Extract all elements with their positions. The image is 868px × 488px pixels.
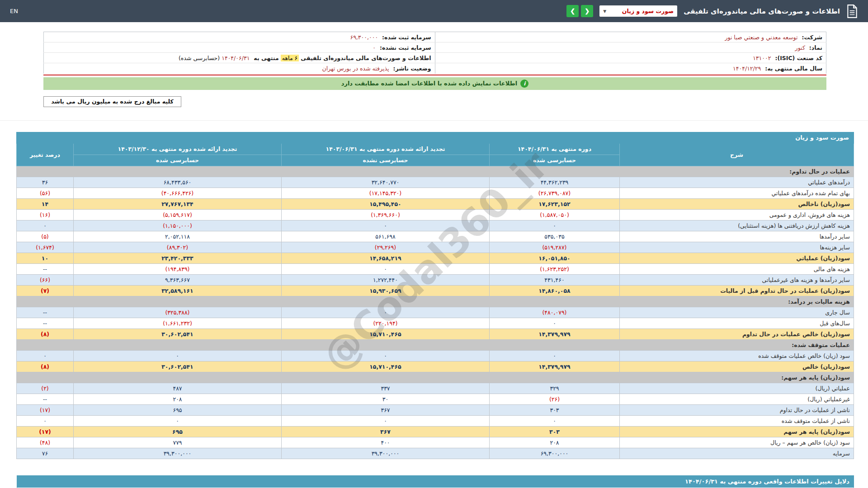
row-label: سایر درآمدها و هزینه های غیرعملیاتی (620, 274, 854, 285)
section-divider (0, 120, 868, 121)
value-cell: ۱۴,۶۵۸,۲۱۹ (282, 253, 490, 263)
row-label: سال‌های قبل (620, 318, 854, 328)
value-cell: ۴۰۰ (282, 437, 490, 448)
value-cell: (۱۷,۱۴۵,۳۲۰) (282, 188, 490, 198)
pct-change-cell: ۳۶ (16, 177, 73, 188)
fiscal-year-label: سال مالی منتهی به: (765, 65, 822, 72)
fiscal-year-end: ۱۴۰۴/۱۲/۲۹ (733, 65, 761, 72)
info-row: کد صنعت (ISIC): ۱۳۱۰۰۲ اطلاعات و صورت‌ها… (44, 53, 826, 63)
value-cell: ۰ (282, 415, 490, 426)
statement-table-body: عملیات در حال تداوم:درآمدهای عملیاتي۴۴,۳… (16, 166, 854, 459)
section-label: عملیات در حال تداوم: (16, 166, 854, 177)
company-info-section: شرکت: توسعه معدني و صنعتي صبا نور سرمایه… (43, 32, 826, 75)
language-toggle-en[interactable]: EN (10, 8, 18, 14)
value-cell: ۳۹,۳۰۰,۰۰۰ (74, 448, 282, 459)
data-row: سال جاری(۴۸۰,۰۷۹)۰(۳۲۵,۳۸۸)-- (16, 307, 854, 318)
period-middle: منتهی به (254, 55, 278, 61)
row-label: ناشی از عملیات متوقف شده (620, 415, 854, 426)
section-row: عملیات در حال تداوم: (16, 166, 854, 177)
value-cell: (۵,۱۵۹,۶۱۷) (74, 209, 282, 220)
income-statement-section: صورت سود و زیان شرح دوره منتهی به ۱۴۰۴/۰… (17, 132, 854, 459)
data-row: سود (زیان) خالص هر سهم – ریال۲۰۸۴۰۰۷۷۹(۴… (16, 437, 854, 448)
data-row: سرمایه۶۹,۳۰۰,۰۰۰۳۹,۳۰۰,۰۰۰۳۹,۳۰۰,۰۰۰۷۶ (16, 448, 854, 459)
report-document-icon[interactable] (846, 5, 858, 18)
value-cell: (۲۶) (490, 394, 620, 404)
column-header-desc: شرح (620, 143, 854, 166)
info-row: سال مالی منتهی به: ۱۴۰۴/۱۲/۲۹ وضعیت ناشر… (44, 63, 826, 74)
table-header-row-periods: شرح دوره منتهی به ۱۴۰۴/۰۶/۳۱ تجدید ارائه… (16, 143, 854, 155)
section-label: عملیات متوقف شده: (16, 339, 854, 350)
value-cell: ۴۴,۳۶۲,۲۳۹ (490, 177, 620, 188)
value-cell: ۵۶۱,۶۹۸ (282, 231, 490, 242)
pct-change-cell: (۵) (16, 231, 73, 242)
value-cell: (۸۹,۳۰۲) (74, 242, 282, 253)
pct-change-cell: -- (16, 263, 73, 274)
amounts-unit-note: کلیه مبالغ درج شده به میلیون ریال می باش… (43, 96, 181, 107)
value-cell: ۳۶۷ (282, 404, 490, 415)
period-audit-state: (حسابرسی شده) (179, 55, 220, 61)
info-circle-icon: i (520, 80, 528, 88)
pct-change-cell: ۰ (16, 350, 73, 361)
value-cell: ۵۳۵,۰۳۵ (490, 231, 620, 242)
pct-change-cell: ۷۶ (16, 448, 73, 459)
chevron-down-icon: ▼ (603, 9, 606, 14)
value-cell: ۳۳۷ (282, 383, 490, 394)
row-label: هزینه های مالی (620, 263, 854, 274)
value-cell: ۰ (282, 263, 490, 274)
value-cell: ۱۵,۷۱۰,۴۶۵ (282, 328, 490, 339)
fiscal-year-cell: سال مالی منتهی به: ۱۴۰۴/۱۲/۲۹ (435, 63, 826, 74)
value-cell: ۱۵,۴۹۵,۴۵۰ (282, 198, 490, 209)
value-cell: (۲۶,۷۳۹,۰۸۷) (490, 188, 620, 198)
value-cell: (۱,۳۶۹,۶۶۰) (282, 209, 490, 220)
statement-select[interactable]: صورت سود و زیان ▼ (599, 5, 677, 17)
pct-change-cell: (۸) (16, 328, 73, 339)
value-cell: ۳۰ (282, 394, 490, 404)
value-cell: ۳۹,۳۰۰,۰۰۰ (282, 448, 490, 459)
registered-capital-label: سرمایه ثبت شده: (382, 34, 431, 41)
value-cell: ۱۴,۳۷۹,۹۷۹ (490, 328, 620, 339)
value-cell: ۱۵,۷۱۰,۴۶۵ (282, 361, 490, 372)
value-cell: ۱۶,۰۵۱,۸۵۰ (490, 253, 620, 263)
unregistered-capital-label: سرمایه ثبت نشده: (380, 44, 431, 51)
publisher-status-label: وضعیت ناشر: (393, 65, 431, 72)
pct-change-cell: -- (16, 318, 73, 328)
signature-match-text: اطلاعات نمایش داده شده با اطلاعات امضا ش… (341, 80, 518, 87)
data-row: هزینه های فروش، اداری و عمومی(۱,۵۸۷,۰۵۰)… (16, 209, 854, 220)
statement-select-value: صورت سود و زیان (622, 8, 674, 14)
data-row: غیرعملیاتي (ریال)(۲۶)۳۰۲۰۸-- (16, 394, 854, 404)
publisher-status-value: پذیرفته شده در بورس تهران (322, 65, 389, 72)
data-row: بهای تمام شده درآمدهای عملیاتي(۲۶,۷۳۹,۰۸… (16, 188, 854, 198)
value-cell: (۲۹,۲۶۹) (282, 242, 490, 253)
row-label: بهای تمام شده درآمدهای عملیاتي (620, 188, 854, 198)
pct-change-cell: (۱۶) (16, 209, 73, 220)
period-length-highlight: ۶ ماهه (281, 55, 299, 61)
value-cell: (۴۸۰,۰۷۹) (490, 307, 620, 318)
data-row: هزینه کاهش ارزش دریافتنی ها (هزینه استثن… (16, 220, 854, 231)
row-label: سود(زیان) خالص (620, 361, 854, 372)
value-cell: ۱۷,۶۲۳,۱۵۲ (490, 198, 620, 209)
pct-change-cell: (۸) (16, 361, 73, 372)
company-cell: شرکت: توسعه معدني و صنعتي صبا نور (435, 32, 826, 42)
section-label: هزینه مالیات بر درآمد: (16, 296, 854, 307)
column-header-period-1: دوره منتهی به ۱۴۰۴/۰۶/۳۱ (490, 143, 620, 155)
prev-statement-button[interactable]: ❮ (581, 5, 593, 17)
next-statement-button[interactable]: ❯ (566, 5, 579, 17)
data-row: سود(زیان) خالص۱۴,۳۷۹,۹۷۹۱۵,۷۱۰,۴۶۵۳۰,۶۰۲… (16, 361, 854, 372)
value-cell: ۰ (74, 350, 282, 361)
ticker-cell: نماد: کنور (435, 42, 826, 53)
value-cell: ۲,۰۵۲,۱۱۸ (74, 231, 282, 242)
row-label: سرمایه (620, 448, 854, 459)
statement-nav: ❮ ❯ (566, 5, 593, 17)
data-row: سود(زیان) ناخالص۱۷,۶۲۳,۱۵۲۱۵,۴۹۵,۴۵۰۲۷,۷… (16, 198, 854, 209)
pct-change-cell: ۰ (16, 415, 73, 426)
value-cell: ۱۴,۸۶۰,۰۵۸ (490, 285, 620, 296)
value-cell: ۱,۲۷۲,۴۴۰ (282, 274, 490, 285)
income-statement-table: صورت سود و زیان شرح دوره منتهی به ۱۴۰۴/۰… (16, 132, 854, 459)
period-prefix: اطلاعات و صورت‌های مالی میاندوره‌ای تلفی… (301, 55, 431, 61)
column-header-period-2: تجدید ارائه شده دوره منتهی به ۱۴۰۳/۰۶/۳۱ (282, 143, 490, 155)
data-row: سایر درآمدها۵۳۵,۰۳۵۵۶۱,۶۹۸۲,۰۵۲,۱۱۸(۵) (16, 231, 854, 242)
column-subheader-audit-2: حسابرسی نشده (282, 155, 490, 166)
value-cell: ۴۸۷ (74, 383, 282, 394)
data-row: ناشی از عملیات در حال تداوم۳۰۳۳۶۷۶۹۵(۱۷) (16, 404, 854, 415)
pct-change-cell: (۵۶) (16, 188, 73, 198)
